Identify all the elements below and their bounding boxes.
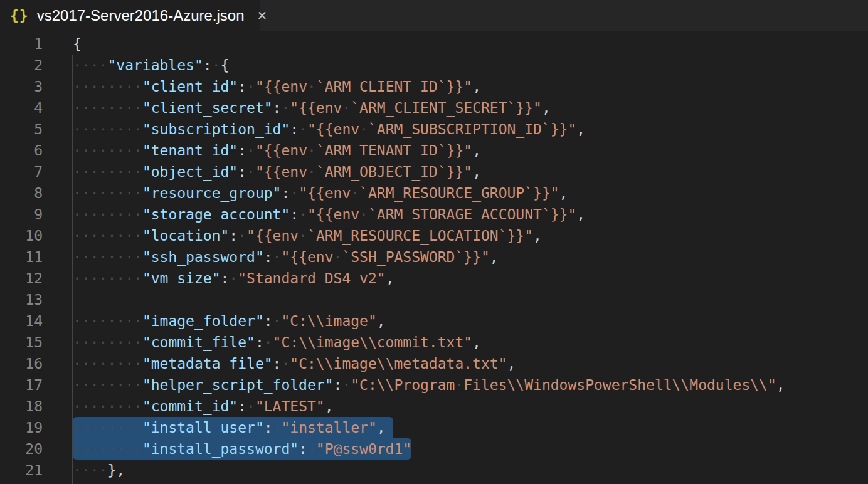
whitespace-dot: · [82, 249, 90, 265]
whitespace-dot: · [134, 121, 142, 137]
code-line-4[interactable]: ········"client_secret":·"{{env·`ARM_CLI… [73, 97, 551, 118]
whitespace-dot: · [307, 164, 316, 180]
code-line-12[interactable]: ········"vm_size":·"Standard_DS4_v2", [73, 268, 394, 289]
whitespace-dot: · [134, 313, 142, 329]
json-string-value: "C:\\image\\metadata.txt" [290, 355, 507, 372]
whitespace-dot: · [125, 419, 134, 436]
whitespace-dot: · [99, 419, 108, 436]
whitespace-dot: · [99, 355, 108, 372]
tab-vs2017-server2016-azure-json[interactable]: {} vs2017-Server2016-Azure.json ✕ [0, 0, 260, 31]
json-punctuation: , [472, 164, 481, 180]
code-line-8[interactable]: ········"resource_group":·"{{env·`ARM_RE… [73, 182, 568, 204]
json-string-value: "Standard_DS4_v2" [238, 270, 385, 287]
whitespace-dot: · [90, 206, 99, 223]
whitespace-dot: · [125, 441, 134, 457]
whitespace-dot: · [99, 313, 108, 329]
whitespace-dot: · [125, 334, 134, 350]
json-punctuation: : [273, 100, 282, 116]
line-number-13[interactable]: 13 [0, 289, 43, 310]
line-number-10[interactable]: 10 [0, 225, 43, 246]
editor[interactable]: 123456789101112131415161718192021 {····"… [0, 31, 868, 484]
whitespace-dot: · [273, 419, 282, 436]
code-line-2[interactable]: ····"variables":·{ [73, 55, 229, 76]
json-string-value: `ARM_STORAGE_ACCOUNT`}}" [368, 206, 576, 223]
whitespace-dot: · [238, 228, 246, 244]
line-number-21[interactable]: 21 [0, 460, 43, 481]
line-number-19[interactable]: 19 [0, 417, 43, 438]
whitespace-dot: · [90, 313, 99, 329]
line-number-7[interactable]: 7 [0, 161, 43, 182]
code-line-5[interactable]: ········"subscription_id":·"{{env·`ARM_S… [73, 118, 585, 140]
code-line-14[interactable]: ········"image_folder":·"C:\\image", [73, 310, 386, 332]
whitespace-dot: · [99, 462, 108, 478]
whitespace-dot: · [73, 121, 82, 137]
whitespace-dot: · [264, 334, 273, 350]
line-number-9[interactable]: 9 [0, 204, 43, 225]
line-number-4[interactable]: 4 [0, 97, 43, 118]
line-number-2[interactable]: 2 [0, 55, 43, 76]
line-number-20[interactable]: 20 [0, 438, 43, 460]
line-number-8[interactable]: 8 [0, 182, 43, 204]
json-punctuation: : [203, 57, 212, 73]
whitespace-dot: · [273, 249, 282, 265]
line-number-6[interactable]: 6 [0, 140, 43, 161]
whitespace-dot: · [229, 270, 238, 287]
whitespace-dot: · [134, 398, 142, 414]
json-punctuation: , [533, 228, 542, 244]
json-string-value: "{{env [255, 164, 307, 180]
code-line-16[interactable]: ········"metadata_file":·"C:\\image\\met… [73, 353, 516, 374]
whitespace-dot: · [299, 228, 307, 244]
json-key: "tenant_id" [142, 142, 238, 159]
tab-close-icon[interactable]: ✕ [257, 8, 268, 23]
whitespace-dot: · [125, 206, 134, 223]
whitespace-dot: · [99, 249, 108, 265]
whitespace-dot: · [125, 185, 134, 201]
whitespace-dot: · [73, 313, 82, 329]
json-string-value: `SSH_PASSWORD`}}" [342, 249, 489, 265]
whitespace-dot: · [82, 313, 90, 329]
whitespace-dot: · [90, 377, 99, 393]
whitespace-dot: · [99, 441, 108, 457]
whitespace-dot: · [90, 121, 99, 137]
code-line-6[interactable]: ········"tenant_id":·"{{env·`ARM_TENANT_… [73, 140, 481, 161]
code-line-7[interactable]: ········"object_id":·"{{env·`ARM_OBJECT_… [73, 161, 481, 182]
whitespace-dot: · [281, 355, 290, 372]
line-number-18[interactable]: 18 [0, 396, 43, 417]
whitespace-dot: · [107, 419, 116, 436]
whitespace-dot: · [90, 334, 99, 350]
whitespace-dot: · [134, 164, 142, 180]
line-number-5[interactable]: 5 [0, 118, 43, 140]
line-number-15[interactable]: 15 [0, 332, 43, 353]
line-number-1[interactable]: 1 [0, 33, 43, 55]
code-line-18[interactable]: ········"commit_id":·"LATEST", [73, 396, 334, 417]
json-string-value: "installer" [281, 419, 376, 436]
line-number-3[interactable]: 3 [0, 76, 43, 97]
json-string-value: "C:\\image" [281, 313, 376, 329]
json-string-value: "{{env [246, 228, 299, 244]
json-punctuation: : [334, 377, 342, 393]
line-number-17[interactable]: 17 [0, 374, 43, 396]
line-number-11[interactable]: 11 [0, 246, 43, 268]
code-line-10[interactable]: ········"location":·"{{env·`ARM_RESOURCE… [73, 225, 542, 246]
line-number-14[interactable]: 14 [0, 310, 43, 332]
line-number-12[interactable]: 12 [0, 268, 43, 289]
code-line-3[interactable]: ········"client_id":·"{{env·`ARM_CLIENT_… [73, 76, 481, 97]
code-line-11[interactable]: ········"ssh_password":·"{{env·`SSH_PASS… [73, 246, 499, 268]
whitespace-dot: · [90, 462, 99, 478]
code-line-1[interactable]: { [73, 33, 82, 55]
code-line-19[interactable]: ········"install_user":·"installer", [73, 417, 386, 438]
whitespace-dot: · [273, 313, 282, 329]
line-number-16[interactable]: 16 [0, 353, 43, 374]
whitespace-dot: · [99, 164, 108, 180]
whitespace-dot: · [116, 185, 125, 201]
whitespace-dot: · [134, 249, 142, 265]
code-line-20[interactable]: ········"install_password":·"P@ssw0rd1" [73, 438, 411, 460]
code-line-15[interactable]: ········"commit_file":·"C:\\image\\commi… [73, 332, 481, 353]
code-line-9[interactable]: ········"storage_account":·"{{env·`ARM_S… [73, 204, 585, 225]
code-line-21[interactable]: ····}, [73, 460, 125, 481]
code-line-17[interactable]: ········"helper_script_folder":·"C:\\Pro… [73, 374, 785, 396]
whitespace-dot: · [134, 441, 142, 457]
whitespace-dot: · [281, 100, 290, 116]
json-key: "ssh_password" [142, 249, 264, 265]
whitespace-dot: · [90, 398, 99, 414]
